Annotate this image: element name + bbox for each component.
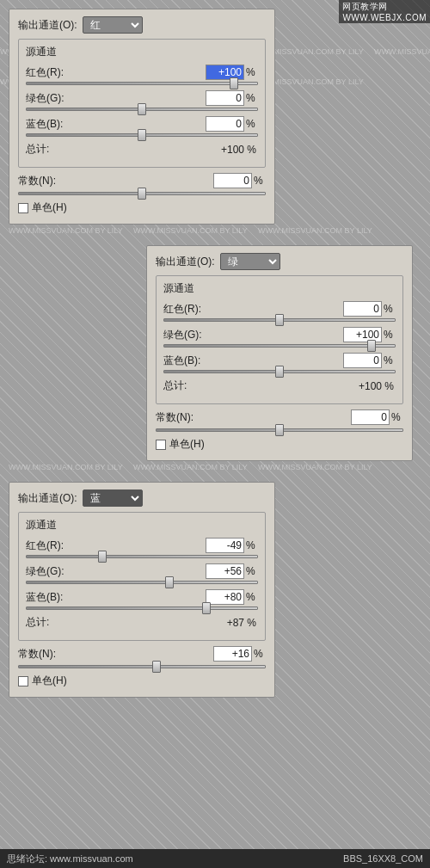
panel-red: 输出通道(O): 红 绿 蓝 源通道 红色(R): +100 % 绿色(G): … bbox=[9, 9, 275, 225]
total-row-1: 总计: +100 % bbox=[26, 142, 258, 157]
total-label-3: 总计: bbox=[26, 615, 82, 630]
watermark-mid1: WWW.MISSVUAN.COM BY LILY WWW.MISSVUAN.CO… bbox=[0, 225, 430, 237]
slider-track-r3[interactable] bbox=[26, 555, 258, 558]
const-slider-thumb-3[interactable] bbox=[152, 661, 161, 673]
slider-row-b2 bbox=[163, 370, 396, 373]
slider-thumb-r3[interactable] bbox=[98, 551, 107, 563]
mono-checkbox-2[interactable] bbox=[156, 440, 166, 450]
pct-b3: % bbox=[246, 591, 258, 603]
const-value-3[interactable]: +16 bbox=[213, 646, 252, 662]
output-select-1[interactable]: 红 绿 蓝 bbox=[83, 16, 143, 34]
channel-label-b3: 蓝色(B): bbox=[26, 590, 82, 605]
output-select-3[interactable]: 红 绿 蓝 bbox=[83, 489, 143, 507]
mono-label-1: 单色(H) bbox=[32, 200, 67, 215]
slider-thumb-g1[interactable] bbox=[138, 103, 146, 115]
slider-track-b1[interactable] bbox=[26, 133, 258, 137]
output-label-2: 输出通道(O): bbox=[156, 255, 215, 269]
source-group-3: 源通道 红色(R): -49 % 绿色(G): +56 % 蓝色(B): +80 bbox=[18, 512, 266, 641]
pct-g3: % bbox=[246, 565, 258, 577]
slider-thumb-r2[interactable] bbox=[275, 314, 284, 326]
channel-row-g2: 绿色(G): +100 % bbox=[163, 327, 396, 342]
const-pct-1: % bbox=[254, 175, 266, 187]
output-row-1: 输出通道(O): 红 绿 蓝 bbox=[18, 16, 266, 34]
slider-row-g1 bbox=[26, 108, 258, 111]
channel-value-b1[interactable]: 0 bbox=[206, 116, 244, 132]
mono-row-1: 单色(H) bbox=[18, 200, 266, 215]
total-label-1: 总计: bbox=[26, 142, 82, 157]
const-slider-track-1[interactable] bbox=[18, 192, 266, 195]
slider-thumb-g2[interactable] bbox=[367, 340, 376, 352]
mono-checkbox-1[interactable] bbox=[18, 203, 28, 213]
const-slider-track-3[interactable] bbox=[18, 665, 266, 668]
slider-track-b3[interactable] bbox=[26, 606, 258, 610]
channel-value-r3[interactable]: -49 bbox=[206, 538, 244, 553]
mono-row-3: 单色(H) bbox=[18, 674, 266, 688]
total-row-2: 总计: +100 % bbox=[163, 379, 396, 393]
const-value-2[interactable]: 0 bbox=[351, 409, 390, 425]
const-pct-2: % bbox=[391, 411, 403, 423]
channel-value-g2[interactable]: +100 bbox=[343, 327, 382, 342]
slider-thumb-b3[interactable] bbox=[202, 602, 211, 614]
channel-row-g3: 绿色(G): +56 % bbox=[26, 563, 258, 579]
slider-track-g1[interactable] bbox=[26, 108, 258, 111]
const-slider-thumb-2[interactable] bbox=[275, 424, 284, 436]
slider-track-r1[interactable] bbox=[26, 82, 258, 85]
source-title-2: 源通道 bbox=[163, 281, 396, 296]
slider-row-b1 bbox=[26, 133, 258, 137]
total-value-1: +100 % bbox=[221, 144, 256, 156]
pct-r3: % bbox=[246, 539, 258, 551]
slider-row-r2 bbox=[163, 318, 396, 322]
slider-track-r2[interactable] bbox=[163, 318, 396, 322]
channel-value-g1[interactable]: 0 bbox=[206, 90, 244, 106]
slider-thumb-b1[interactable] bbox=[138, 129, 146, 141]
output-label-1: 输出通道(O): bbox=[18, 18, 77, 33]
output-row-3: 输出通道(O): 红 绿 蓝 bbox=[18, 489, 266, 507]
source-title-3: 源通道 bbox=[26, 518, 258, 532]
slider-row-g3 bbox=[26, 581, 258, 584]
pct-g2: % bbox=[384, 329, 396, 341]
channel-label-r1: 红色(R): bbox=[26, 65, 82, 80]
channel-value-b3[interactable]: +80 bbox=[206, 589, 244, 605]
const-pct-3: % bbox=[254, 648, 266, 660]
bottom-right: BBS_16XX8_COM bbox=[343, 853, 423, 864]
channel-label-g2: 绿色(G): bbox=[163, 328, 219, 342]
slider-track-g2[interactable] bbox=[163, 344, 396, 348]
channel-label-r2: 红色(R): bbox=[163, 302, 219, 317]
slider-track-b2[interactable] bbox=[163, 370, 396, 373]
output-select-2[interactable]: 红 绿 蓝 bbox=[220, 253, 280, 270]
panel-blue: 输出通道(O): 红 绿 蓝 源通道 红色(R): -49 % 绿色(G): +… bbox=[9, 482, 275, 698]
slider-track-g3[interactable] bbox=[26, 581, 258, 584]
channel-value-r2[interactable]: 0 bbox=[343, 301, 382, 317]
total-value-3: +87 % bbox=[227, 617, 256, 629]
slider-row-g2 bbox=[163, 344, 396, 348]
const-label-1: 常数(N): bbox=[18, 174, 74, 188]
channel-value-g3[interactable]: +56 bbox=[206, 563, 244, 579]
const-slider-track-2[interactable] bbox=[156, 428, 403, 432]
channel-label-b2: 蓝色(B): bbox=[163, 354, 219, 368]
slider-thumb-r1[interactable] bbox=[230, 77, 238, 89]
const-label-3: 常数(N): bbox=[18, 647, 74, 662]
bottom-left: 思绪论坛: www.missvuan.com bbox=[7, 853, 133, 865]
source-title-1: 源通道 bbox=[26, 45, 258, 59]
channel-label-g1: 绿色(G): bbox=[26, 91, 82, 106]
const-label-2: 常数(N): bbox=[156, 410, 212, 425]
const-row-2: 常数(N): 0 % bbox=[156, 409, 403, 425]
slider-thumb-b2[interactable] bbox=[275, 366, 284, 378]
const-row-1: 常数(N): 0 % bbox=[18, 173, 266, 188]
const-slider-thumb-1[interactable] bbox=[138, 188, 146, 200]
const-value-1[interactable]: 0 bbox=[213, 173, 252, 188]
panel-green: 输出通道(O): 红 绿 蓝 源通道 红色(R): 0 % 绿色(G): +10… bbox=[146, 245, 413, 461]
channel-value-r1[interactable]: +100 bbox=[206, 65, 244, 80]
total-value-2: +100 % bbox=[359, 380, 394, 392]
slider-thumb-g3[interactable] bbox=[165, 576, 174, 588]
channel-value-b2[interactable]: 0 bbox=[343, 353, 382, 368]
bottom-bar: 思绪论坛: www.missvuan.com BBS_16XX8_COM bbox=[0, 849, 430, 868]
mono-checkbox-3[interactable] bbox=[18, 676, 28, 686]
slider-row-r3 bbox=[26, 555, 258, 558]
channel-label-r3: 红色(R): bbox=[26, 539, 82, 553]
source-group-1: 源通道 红色(R): +100 % 绿色(G): 0 % 蓝色(B): 0 % bbox=[18, 39, 266, 168]
pct-r2: % bbox=[384, 303, 396, 315]
mono-label-2: 单色(H) bbox=[169, 437, 205, 452]
pct-g1: % bbox=[246, 92, 258, 104]
output-label-3: 输出通道(O): bbox=[18, 491, 77, 506]
